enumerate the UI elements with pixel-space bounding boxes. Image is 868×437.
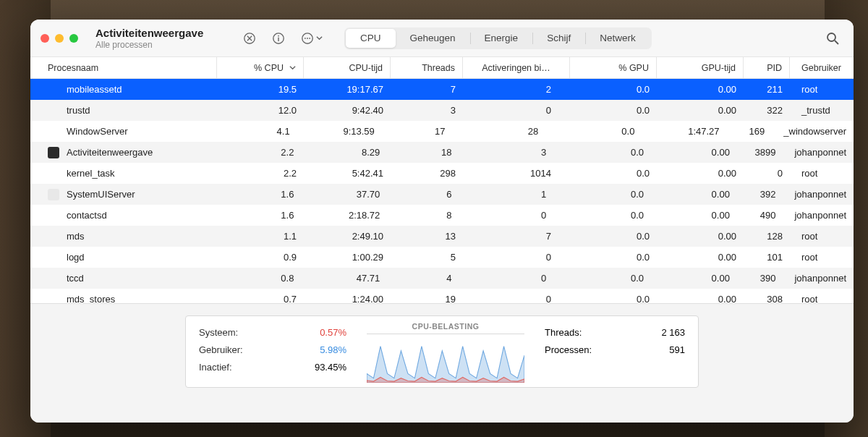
col-threads[interactable]: Threads — [391, 57, 463, 78]
cell-pid: 169 — [727, 126, 773, 137]
table-row[interactable]: contactsd1.62:18.72800.00.00490johanponn… — [30, 205, 854, 226]
cell-cpu: 1.6 — [216, 210, 302, 221]
chart-caption: CPU-BELASTING — [412, 322, 480, 331]
more-options-button[interactable] — [297, 27, 327, 49]
table-row[interactable]: mobileassetd19.519:17.67720.00.00211root — [30, 79, 854, 100]
cell-wakeups: 3 — [459, 147, 565, 158]
system-value: 0.57% — [320, 327, 346, 338]
app-title: Activiteitenweergave — [95, 27, 218, 39]
tab-energy[interactable]: Energie — [470, 29, 533, 48]
col-cpu-percent[interactable]: % CPU — [217, 57, 304, 78]
cell-user: root — [790, 294, 854, 303]
cell-cpu: 1.1 — [217, 231, 304, 242]
process-counts: Threads:2 163 Processen:591 — [532, 316, 698, 387]
cell-pid: 128 — [744, 231, 790, 242]
col-pid[interactable]: PID — [744, 57, 790, 78]
cell-cputime: 9:13.59 — [297, 126, 382, 137]
process-icon — [48, 105, 59, 116]
cell-gputime: 0.00 — [651, 273, 737, 284]
table-row[interactable]: mds1.12:49.101370.00.00128root — [30, 226, 854, 247]
cell-gpu: 0.0 — [570, 84, 657, 95]
cell-gputime: 0.00 — [651, 147, 737, 158]
col-user[interactable]: Gebruiker — [790, 57, 854, 78]
cell-gputime: 0.00 — [657, 168, 744, 179]
cell-user: root — [790, 252, 854, 263]
cell-wakeups: 0 — [463, 105, 570, 116]
col-cpu-time[interactable]: CPU-tijd — [304, 57, 391, 78]
table-row[interactable]: mds_stores0.71:24.001900.00.00308root — [30, 289, 854, 303]
tab-disk[interactable]: Schijf — [532, 29, 585, 48]
table-row[interactable]: trustd12.09:42.40300.00.00322_trustd — [30, 100, 854, 121]
toolbar: Activiteitenweergave Alle processen CPU … — [30, 20, 854, 57]
cell-threads: 17 — [382, 126, 453, 137]
table-row[interactable]: SystemUIServer1.637.70610.00.00392johanp… — [30, 184, 854, 205]
process-table[interactable]: mobileassetd19.519:17.67720.00.00211root… — [30, 79, 854, 303]
cell-threads: 4 — [387, 273, 459, 284]
table-row[interactable]: tccd0.847.71400.00.00390johanponnet — [30, 268, 854, 289]
cell-pid: 101 — [744, 252, 790, 263]
table-row[interactable]: Activiteitenweergave2.28.291830.00.00389… — [30, 142, 854, 163]
cell-cputime: 9:42.40 — [304, 105, 391, 116]
cell-wakeups: 0 — [463, 294, 570, 303]
cell-gputime: 0.00 — [657, 252, 744, 263]
cell-user: _windowserver — [772, 126, 854, 137]
cell-gpu: 0.0 — [565, 147, 651, 158]
cell-cputime: 1:24.00 — [304, 294, 391, 303]
tab-network[interactable]: Netwerk — [585, 29, 650, 48]
minimize-window-button[interactable] — [55, 34, 64, 43]
info-button[interactable] — [268, 27, 289, 49]
col-gpu-percent[interactable]: % GPU — [570, 57, 657, 78]
close-window-button[interactable] — [41, 34, 49, 43]
cell-threads: 13 — [391, 231, 463, 242]
cell-threads: 19 — [391, 294, 463, 303]
cell-gpu: 0.0 — [570, 252, 657, 263]
tab-memory[interactable]: Geheugen — [396, 29, 470, 48]
process-name: contactsd — [67, 210, 107, 221]
cell-gpu: 0.0 — [570, 168, 657, 179]
cell-user: root — [790, 84, 854, 95]
cell-wakeups: 1 — [459, 189, 565, 200]
cell-pid: 490 — [737, 210, 783, 221]
cell-pid: 308 — [744, 294, 790, 303]
cell-wakeups: 28 — [453, 126, 558, 137]
tab-cpu[interactable]: CPU — [346, 29, 396, 48]
table-row[interactable]: logd0.91:00.29500.00.00101root — [30, 247, 854, 268]
activity-monitor-window: Activiteitenweergave Alle processen CPU … — [30, 20, 854, 423]
cell-cputime: 37.70 — [301, 189, 387, 200]
cell-gpu: 0.0 — [557, 126, 642, 137]
cell-user: johanponnet — [783, 147, 854, 158]
cell-pid: 0 — [744, 168, 790, 179]
table-row[interactable]: kernel_task2.25:42.4129810140.00.000root — [30, 163, 854, 184]
search-button[interactable] — [822, 27, 843, 49]
cell-cpu: 4.1 — [213, 126, 297, 137]
cpu-sparkline — [367, 337, 524, 383]
svg-point-9 — [309, 38, 310, 39]
cell-cpu: 2.2 — [216, 147, 302, 158]
svg-point-10 — [827, 33, 835, 41]
stop-process-button[interactable] — [239, 27, 260, 49]
cell-user: _trustd — [790, 105, 854, 116]
process-name: SystemUIServer — [67, 189, 135, 200]
col-wakeups[interactable]: Activeringen bi… — [463, 57, 570, 78]
cell-threads: 18 — [387, 147, 459, 158]
app-subtitle: Alle processen — [95, 40, 218, 50]
process-icon — [48, 189, 59, 200]
col-cpu-label: % CPU — [254, 63, 284, 73]
cell-cputime: 47.71 — [301, 273, 387, 284]
zoom-window-button[interactable] — [69, 34, 78, 43]
cell-cpu: 1.6 — [216, 189, 302, 200]
cell-cpu: 12.0 — [217, 105, 304, 116]
cell-gpu: 0.0 — [565, 210, 651, 221]
process-name: logd — [67, 252, 85, 263]
cell-gputime: 0.00 — [651, 210, 737, 221]
col-gpu-time[interactable]: GPU-tijd — [657, 57, 744, 78]
cell-user: johanponnet — [783, 210, 854, 221]
cell-cpu: 2.2 — [217, 168, 304, 179]
table-row[interactable]: WindowServer4.19:13.5917280.01:47.27169_… — [30, 121, 854, 142]
cell-wakeups: 7 — [463, 231, 570, 242]
svg-rect-5 — [278, 37, 278, 41]
process-icon — [48, 273, 59, 284]
cell-cpu: 19.5 — [217, 84, 304, 95]
col-process-name[interactable]: Procesnaam — [30, 57, 217, 78]
process-icon — [48, 231, 59, 242]
